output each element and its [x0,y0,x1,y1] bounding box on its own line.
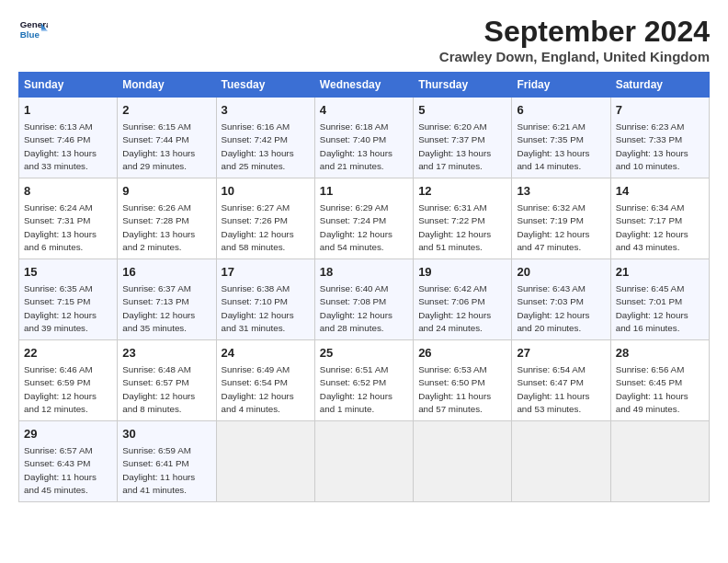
month-title: September 2024 [439,15,710,49]
col-tuesday: Tuesday [216,73,314,98]
day-number: 11 [320,183,408,200]
calendar-week-row: 22Sunrise: 6:46 AMSunset: 6:59 PMDayligh… [19,340,710,421]
table-row: 12Sunrise: 6:31 AMSunset: 7:22 PMDayligh… [414,178,512,259]
day-number: 6 [517,102,605,119]
day-info: Sunrise: 6:56 AMSunset: 6:45 PMDaylight:… [616,363,704,416]
table-row: 9Sunrise: 6:26 AMSunset: 7:28 PMDaylight… [118,178,216,259]
day-number: 13 [517,183,605,200]
table-row: 13Sunrise: 6:32 AMSunset: 7:19 PMDayligh… [512,178,610,259]
day-info: Sunrise: 6:45 AMSunset: 7:01 PMDaylight:… [616,282,704,335]
day-number: 26 [418,345,506,362]
calendar-header-row: Sunday Monday Tuesday Wednesday Thursday… [19,73,710,98]
day-info: Sunrise: 6:35 AMSunset: 7:15 PMDaylight:… [24,282,112,335]
day-number: 4 [320,102,408,119]
table-row: 7Sunrise: 6:23 AMSunset: 7:33 PMDaylight… [610,98,709,178]
day-info: Sunrise: 6:21 AMSunset: 7:35 PMDaylight:… [517,121,605,173]
table-row: 28Sunrise: 6:56 AMSunset: 6:45 PMDayligh… [610,340,709,421]
day-info: Sunrise: 6:42 AMSunset: 7:06 PMDaylight:… [418,282,506,335]
table-row: 18Sunrise: 6:40 AMSunset: 7:08 PMDayligh… [314,259,413,340]
table-row: 6Sunrise: 6:21 AMSunset: 7:35 PMDaylight… [512,98,610,178]
day-number: 29 [24,426,112,442]
day-info: Sunrise: 6:18 AMSunset: 7:40 PMDaylight:… [320,121,408,173]
col-monday: Monday [118,73,216,98]
day-number: 14 [616,183,704,200]
day-info: Sunrise: 6:37 AMSunset: 7:13 PMDaylight:… [122,282,210,335]
day-number: 24 [222,345,310,362]
table-row: 3Sunrise: 6:16 AMSunset: 7:42 PMDaylight… [216,98,314,178]
day-info: Sunrise: 6:16 AMSunset: 7:42 PMDaylight:… [222,121,310,173]
day-info: Sunrise: 6:54 AMSunset: 6:47 PMDaylight:… [517,363,605,416]
col-saturday: Saturday [610,73,709,98]
day-info: Sunrise: 6:34 AMSunset: 7:17 PMDaylight:… [616,201,704,254]
day-number: 10 [222,183,310,200]
table-row: 30Sunrise: 6:59 AMSunset: 6:41 PMDayligh… [118,421,216,502]
day-info: Sunrise: 6:20 AMSunset: 7:37 PMDaylight:… [418,121,506,173]
day-info: Sunrise: 6:38 AMSunset: 7:10 PMDaylight:… [222,282,310,335]
day-info: Sunrise: 6:26 AMSunset: 7:28 PMDaylight:… [122,201,210,254]
table-row: 11Sunrise: 6:29 AMSunset: 7:24 PMDayligh… [314,178,413,259]
table-row [414,421,512,502]
table-row: 2Sunrise: 6:15 AMSunset: 7:44 PMDaylight… [118,98,216,178]
day-info: Sunrise: 6:59 AMSunset: 6:41 PMDaylight:… [122,444,210,497]
col-sunday: Sunday [19,73,118,98]
table-row: 8Sunrise: 6:24 AMSunset: 7:31 PMDaylight… [19,178,118,259]
day-number: 20 [517,264,605,281]
day-info: Sunrise: 6:57 AMSunset: 6:43 PMDaylight:… [24,444,112,497]
table-row: 1Sunrise: 6:13 AMSunset: 7:46 PMDaylight… [19,98,118,178]
day-info: Sunrise: 6:31 AMSunset: 7:22 PMDaylight:… [418,201,506,254]
table-row: 27Sunrise: 6:54 AMSunset: 6:47 PMDayligh… [512,340,610,421]
table-row: 5Sunrise: 6:20 AMSunset: 7:37 PMDaylight… [414,98,512,178]
table-row: 25Sunrise: 6:51 AMSunset: 6:52 PMDayligh… [314,340,413,421]
table-row: 16Sunrise: 6:37 AMSunset: 7:13 PMDayligh… [118,259,216,340]
calendar-week-row: 15Sunrise: 6:35 AMSunset: 7:15 PMDayligh… [19,259,710,340]
day-number: 18 [320,264,408,281]
day-info: Sunrise: 6:24 AMSunset: 7:31 PMDaylight:… [24,201,112,254]
day-info: Sunrise: 6:40 AMSunset: 7:08 PMDaylight:… [320,282,408,335]
day-number: 12 [418,183,506,200]
day-info: Sunrise: 6:53 AMSunset: 6:50 PMDaylight:… [418,363,506,416]
day-info: Sunrise: 6:46 AMSunset: 6:59 PMDaylight:… [24,363,112,416]
day-info: Sunrise: 6:49 AMSunset: 6:54 PMDaylight:… [222,363,310,416]
day-info: Sunrise: 6:13 AMSunset: 7:46 PMDaylight:… [24,121,112,173]
day-number: 1 [24,102,112,119]
col-thursday: Thursday [414,73,512,98]
day-number: 23 [122,345,210,362]
day-number: 15 [24,264,112,281]
day-info: Sunrise: 6:43 AMSunset: 7:03 PMDaylight:… [517,282,605,335]
col-wednesday: Wednesday [314,73,413,98]
table-row: 26Sunrise: 6:53 AMSunset: 6:50 PMDayligh… [414,340,512,421]
logo-icon: General Blue [18,15,48,44]
table-row: 24Sunrise: 6:49 AMSunset: 6:54 PMDayligh… [216,340,314,421]
day-number: 3 [222,102,310,119]
day-number: 7 [616,102,704,119]
table-row: 29Sunrise: 6:57 AMSunset: 6:43 PMDayligh… [19,421,118,502]
table-row: 19Sunrise: 6:42 AMSunset: 7:06 PMDayligh… [414,259,512,340]
table-row: 20Sunrise: 6:43 AMSunset: 7:03 PMDayligh… [512,259,610,340]
day-number: 9 [122,183,210,200]
calendar-week-row: 1Sunrise: 6:13 AMSunset: 7:46 PMDaylight… [19,98,710,178]
table-row [216,421,314,502]
day-number: 16 [122,264,210,281]
day-number: 28 [616,345,704,362]
day-number: 21 [616,264,704,281]
table-row: 15Sunrise: 6:35 AMSunset: 7:15 PMDayligh… [19,259,118,340]
calendar-week-row: 8Sunrise: 6:24 AMSunset: 7:31 PMDaylight… [19,178,710,259]
day-info: Sunrise: 6:15 AMSunset: 7:44 PMDaylight:… [122,121,210,173]
logo: General Blue [18,15,48,44]
day-number: 8 [24,183,112,200]
day-info: Sunrise: 6:48 AMSunset: 6:57 PMDaylight:… [122,363,210,416]
page-container: General Blue September 2024 Crawley Down… [0,0,728,511]
header: General Blue September 2024 Crawley Down… [18,15,710,64]
table-row [512,421,610,502]
day-number: 22 [24,345,112,362]
day-info: Sunrise: 6:51 AMSunset: 6:52 PMDaylight:… [320,363,408,416]
table-row [610,421,709,502]
day-number: 19 [418,264,506,281]
day-number: 17 [222,264,310,281]
table-row: 14Sunrise: 6:34 AMSunset: 7:17 PMDayligh… [610,178,709,259]
table-row: 17Sunrise: 6:38 AMSunset: 7:10 PMDayligh… [216,259,314,340]
day-number: 30 [122,426,210,442]
day-number: 5 [418,102,506,119]
col-friday: Friday [512,73,610,98]
svg-text:Blue: Blue [20,29,40,40]
